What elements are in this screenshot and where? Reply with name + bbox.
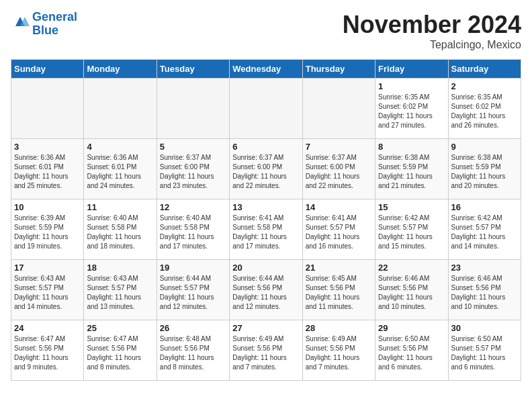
calendar-cell <box>11 79 84 139</box>
day-number: 2 <box>451 81 518 91</box>
day-number: 11 <box>87 202 153 212</box>
day-info: Sunrise: 6:39 AM Sunset: 5:59 PM Dayligh… <box>14 214 81 251</box>
day-number: 19 <box>160 263 226 273</box>
calendar-cell: 9Sunrise: 6:38 AM Sunset: 5:59 PM Daylig… <box>448 139 521 199</box>
calendar-week-3: 10Sunrise: 6:39 AM Sunset: 5:59 PM Dayli… <box>11 199 521 260</box>
calendar-cell: 29Sunrise: 6:50 AM Sunset: 5:56 PM Dayli… <box>375 320 448 381</box>
day-number: 12 <box>160 202 226 212</box>
day-number: 13 <box>232 202 299 212</box>
calendar-cell <box>230 79 302 139</box>
calendar-cell: 11Sunrise: 6:40 AM Sunset: 5:58 PM Dayli… <box>84 199 157 260</box>
day-info: Sunrise: 6:48 AM Sunset: 5:56 PM Dayligh… <box>160 334 226 372</box>
weekday-header-saturday: Saturday <box>448 60 521 79</box>
logo-blue: Blue <box>32 24 77 38</box>
day-info: Sunrise: 6:43 AM Sunset: 5:57 PM Dayligh… <box>14 274 81 312</box>
page-header: General Blue November 2024 Tepalcingo, M… <box>11 11 521 51</box>
day-number: 7 <box>306 142 372 152</box>
day-info: Sunrise: 6:40 AM Sunset: 5:58 PM Dayligh… <box>160 214 226 251</box>
day-info: Sunrise: 6:44 AM Sunset: 5:57 PM Dayligh… <box>160 274 226 312</box>
day-info: Sunrise: 6:45 AM Sunset: 5:56 PM Dayligh… <box>306 274 372 312</box>
calendar-cell: 3Sunrise: 6:36 AM Sunset: 6:01 PM Daylig… <box>11 139 84 199</box>
calendar-cell: 6Sunrise: 6:37 AM Sunset: 6:00 PM Daylig… <box>230 139 302 199</box>
day-number: 29 <box>378 323 445 333</box>
day-info: Sunrise: 6:49 AM Sunset: 5:56 PM Dayligh… <box>232 334 299 372</box>
logo-icon <box>11 12 30 31</box>
calendar-cell: 17Sunrise: 6:43 AM Sunset: 5:57 PM Dayli… <box>11 260 84 320</box>
calendar-week-2: 3Sunrise: 6:36 AM Sunset: 6:01 PM Daylig… <box>11 139 521 199</box>
day-info: Sunrise: 6:46 AM Sunset: 5:56 PM Dayligh… <box>378 274 445 312</box>
day-info: Sunrise: 6:47 AM Sunset: 5:56 PM Dayligh… <box>87 334 153 372</box>
calendar-cell: 25Sunrise: 6:47 AM Sunset: 5:56 PM Dayli… <box>84 320 157 381</box>
calendar-cell: 18Sunrise: 6:43 AM Sunset: 5:57 PM Dayli… <box>84 260 157 320</box>
day-info: Sunrise: 6:47 AM Sunset: 5:56 PM Dayligh… <box>14 334 81 372</box>
day-number: 25 <box>87 323 153 333</box>
day-number: 20 <box>232 263 299 273</box>
day-number: 24 <box>14 323 81 333</box>
calendar-cell: 10Sunrise: 6:39 AM Sunset: 5:59 PM Dayli… <box>11 199 84 260</box>
calendar-cell <box>157 79 229 139</box>
day-info: Sunrise: 6:41 AM Sunset: 5:57 PM Dayligh… <box>306 214 372 251</box>
day-info: Sunrise: 6:36 AM Sunset: 6:01 PM Dayligh… <box>87 153 153 191</box>
title-block: November 2024 Tepalcingo, Mexico <box>343 11 521 51</box>
calendar-cell: 4Sunrise: 6:36 AM Sunset: 6:01 PM Daylig… <box>84 139 157 199</box>
calendar-cell <box>84 79 157 139</box>
day-info: Sunrise: 6:37 AM Sunset: 6:00 PM Dayligh… <box>232 153 299 191</box>
day-number: 23 <box>451 263 518 273</box>
calendar-cell: 16Sunrise: 6:42 AM Sunset: 5:57 PM Dayli… <box>448 199 521 260</box>
logo: General Blue <box>11 11 77 38</box>
day-info: Sunrise: 6:42 AM Sunset: 5:57 PM Dayligh… <box>378 214 445 251</box>
calendar-cell: 23Sunrise: 6:46 AM Sunset: 5:56 PM Dayli… <box>448 260 521 320</box>
calendar-cell: 13Sunrise: 6:41 AM Sunset: 5:58 PM Dayli… <box>230 199 302 260</box>
weekday-header-row: SundayMondayTuesdayWednesdayThursdayFrid… <box>11 60 521 79</box>
calendar-cell: 22Sunrise: 6:46 AM Sunset: 5:56 PM Dayli… <box>375 260 448 320</box>
calendar-cell: 24Sunrise: 6:47 AM Sunset: 5:56 PM Dayli… <box>11 320 84 381</box>
calendar-cell: 14Sunrise: 6:41 AM Sunset: 5:57 PM Dayli… <box>302 199 375 260</box>
weekday-header-wednesday: Wednesday <box>230 60 302 79</box>
day-number: 22 <box>378 263 445 273</box>
weekday-header-sunday: Sunday <box>11 60 84 79</box>
day-info: Sunrise: 6:44 AM Sunset: 5:56 PM Dayligh… <box>232 274 299 312</box>
day-number: 21 <box>306 263 372 273</box>
day-number: 15 <box>378 202 445 212</box>
day-info: Sunrise: 6:37 AM Sunset: 6:00 PM Dayligh… <box>160 153 226 191</box>
day-info: Sunrise: 6:37 AM Sunset: 6:00 PM Dayligh… <box>306 153 372 191</box>
day-number: 18 <box>87 263 153 273</box>
calendar-cell: 27Sunrise: 6:49 AM Sunset: 5:56 PM Dayli… <box>230 320 302 381</box>
day-info: Sunrise: 6:46 AM Sunset: 5:56 PM Dayligh… <box>451 274 518 312</box>
calendar-cell: 19Sunrise: 6:44 AM Sunset: 5:57 PM Dayli… <box>157 260 229 320</box>
day-number: 6 <box>232 142 299 152</box>
calendar-cell: 20Sunrise: 6:44 AM Sunset: 5:56 PM Dayli… <box>230 260 302 320</box>
weekday-header-tuesday: Tuesday <box>157 60 229 79</box>
calendar-week-1: 1Sunrise: 6:35 AM Sunset: 6:02 PM Daylig… <box>11 79 521 139</box>
day-info: Sunrise: 6:49 AM Sunset: 5:56 PM Dayligh… <box>306 334 372 372</box>
calendar-cell: 12Sunrise: 6:40 AM Sunset: 5:58 PM Dayli… <box>157 199 229 260</box>
day-number: 14 <box>306 202 372 212</box>
day-info: Sunrise: 6:35 AM Sunset: 6:02 PM Dayligh… <box>451 93 518 130</box>
day-info: Sunrise: 6:40 AM Sunset: 5:58 PM Dayligh… <box>87 214 153 251</box>
day-number: 3 <box>14 142 81 152</box>
calendar-cell: 26Sunrise: 6:48 AM Sunset: 5:56 PM Dayli… <box>157 320 229 381</box>
weekday-header-thursday: Thursday <box>302 60 375 79</box>
day-info: Sunrise: 6:42 AM Sunset: 5:57 PM Dayligh… <box>451 214 518 251</box>
calendar-cell: 30Sunrise: 6:50 AM Sunset: 5:57 PM Dayli… <box>448 320 521 381</box>
calendar-cell <box>302 79 375 139</box>
day-number: 5 <box>160 142 226 152</box>
day-number: 4 <box>87 142 153 152</box>
day-info: Sunrise: 6:36 AM Sunset: 6:01 PM Dayligh… <box>14 153 81 191</box>
day-info: Sunrise: 6:38 AM Sunset: 5:59 PM Dayligh… <box>378 153 445 191</box>
day-number: 28 <box>306 323 372 333</box>
day-info: Sunrise: 6:41 AM Sunset: 5:58 PM Dayligh… <box>232 214 299 251</box>
day-number: 8 <box>378 142 445 152</box>
calendar-cell: 1Sunrise: 6:35 AM Sunset: 6:02 PM Daylig… <box>375 79 448 139</box>
calendar-cell: 5Sunrise: 6:37 AM Sunset: 6:00 PM Daylig… <box>157 139 229 199</box>
day-number: 16 <box>451 202 518 212</box>
calendar-week-5: 24Sunrise: 6:47 AM Sunset: 5:56 PM Dayli… <box>11 320 521 381</box>
calendar-week-4: 17Sunrise: 6:43 AM Sunset: 5:57 PM Dayli… <box>11 260 521 320</box>
day-number: 10 <box>14 202 81 212</box>
logo-general: General <box>32 10 77 24</box>
day-number: 27 <box>232 323 299 333</box>
calendar-table: SundayMondayTuesdayWednesdayThursdayFrid… <box>11 59 521 381</box>
location: Tepalcingo, Mexico <box>343 39 521 51</box>
day-number: 30 <box>451 323 518 333</box>
weekday-header-monday: Monday <box>84 60 157 79</box>
